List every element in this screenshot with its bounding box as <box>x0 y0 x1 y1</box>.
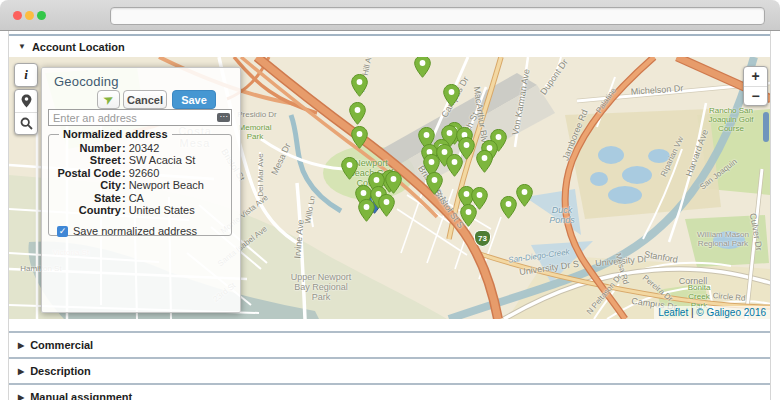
save-normalized-row: ✓ Save normalized address <box>57 225 227 237</box>
chevron-down-icon: ▼ <box>18 42 26 51</box>
map-marker[interactable] <box>351 74 368 101</box>
page-content: ▼ Account Location <box>8 31 771 400</box>
section-account-location[interactable]: ▼ Account Location <box>9 34 770 57</box>
section-label: Commercial <box>30 339 93 351</box>
field-label: City <box>49 179 121 191</box>
browser-titlebar <box>0 0 780 31</box>
map-marker[interactable] <box>358 199 375 226</box>
pin-icon <box>21 94 32 108</box>
map-marker[interactable] <box>460 204 477 231</box>
field-row-city: City : Newport Beach <box>49 179 227 191</box>
field-value: 20342 <box>129 142 160 154</box>
field-label: Country <box>49 204 121 216</box>
field-row-number: Number : 20342 <box>49 142 227 154</box>
section-description[interactable]: ▶ Description <box>9 357 770 383</box>
keyboard-icon[interactable]: ⋯ <box>217 113 230 122</box>
map-marker[interactable] <box>500 196 517 223</box>
fullscreen-button[interactable] <box>37 11 46 20</box>
minimize-button[interactable] <box>25 11 34 20</box>
geocoding-panel: Geocoding ➤ Cancel Save ⋯ Normalized add… <box>41 67 241 313</box>
field-label: Postal Code <box>49 167 121 179</box>
panel-title: Geocoding <box>54 74 119 89</box>
field-row-street: Street : SW Acacia St <box>49 154 227 166</box>
section-manual-assignment[interactable]: ▶ Manual assignment <box>9 383 770 400</box>
normalized-address-fieldset: Normalized address Number : 20342 Street… <box>48 128 232 236</box>
field-row-state: State : CA <box>49 192 227 204</box>
leaflet-link[interactable]: Leaflet <box>658 307 688 318</box>
map-marker[interactable] <box>414 57 431 82</box>
field-value: SW Acacia St <box>129 154 196 166</box>
field-separator: : <box>121 154 129 166</box>
map-tools <box>14 89 38 135</box>
browser-window: ▼ Account Location <box>0 0 780 400</box>
zoom-in-button[interactable]: + <box>744 67 767 86</box>
field-separator: : <box>121 179 129 191</box>
field-label: State <box>49 192 121 204</box>
close-button[interactable] <box>13 11 22 20</box>
field-separator: : <box>121 204 129 216</box>
chevron-right-icon: ▶ <box>18 341 24 350</box>
save-button[interactable]: Save <box>172 90 216 109</box>
map-marker[interactable] <box>351 126 368 153</box>
map-marker[interactable] <box>378 194 395 221</box>
chevron-right-icon: ▶ <box>18 393 24 400</box>
map-canvas[interactable]: Santa Ana Country ClubNewport Beach Golf… <box>9 57 770 319</box>
map-search-button[interactable] <box>15 112 37 135</box>
map-marker[interactable] <box>426 172 443 199</box>
cancel-button[interactable]: Cancel <box>123 90 167 109</box>
field-label: Street <box>49 154 121 166</box>
map-marker[interactable] <box>341 157 358 184</box>
map-marker[interactable] <box>476 150 493 177</box>
map-marker[interactable] <box>446 154 463 181</box>
field-row-country: Country : United States <box>49 204 227 216</box>
section-label: Manual assignment <box>30 391 132 400</box>
field-row-postal-code: Postal Code : 92660 <box>49 167 227 179</box>
scrollbar-thumb[interactable] <box>763 112 769 142</box>
field-separator: : <box>121 142 129 154</box>
map-marker[interactable] <box>443 84 460 111</box>
url-bar[interactable] <box>110 7 765 25</box>
map-attribution: Leaflet | © Galigeo 2016 <box>654 306 770 319</box>
field-value: 92660 <box>129 167 160 179</box>
send-arrow-icon: ➤ <box>101 92 115 108</box>
checkbox-label: Save normalized address <box>73 225 197 237</box>
field-separator: : <box>121 167 129 179</box>
section-label: Account Location <box>32 41 125 53</box>
save-normalized-checkbox[interactable]: ✓ <box>57 226 68 237</box>
fieldset-legend: Normalized address <box>59 128 172 140</box>
field-label: Number <box>49 142 121 154</box>
field-separator: : <box>121 192 129 204</box>
section-label: Description <box>30 365 91 377</box>
map-info-button[interactable]: i <box>14 63 38 87</box>
section-commercial[interactable]: ▶ Commercial <box>9 331 770 357</box>
address-input[interactable] <box>48 109 232 126</box>
field-value: CA <box>129 192 144 204</box>
map-marker[interactable] <box>349 102 366 129</box>
zoom-control: + − <box>743 66 768 106</box>
zoom-out-button[interactable]: − <box>744 86 767 106</box>
locate-button[interactable]: ➤ <box>97 90 120 109</box>
field-value: United States <box>129 204 195 216</box>
chevron-right-icon: ▶ <box>18 367 24 376</box>
map-pin-tool-button[interactable] <box>15 90 37 112</box>
search-icon <box>20 117 33 130</box>
field-value: Newport Beach <box>129 179 204 191</box>
panel-buttons: ➤ Cancel Save <box>42 90 240 110</box>
map-marker[interactable] <box>516 184 533 211</box>
galigeo-link[interactable]: © Galigeo 2016 <box>696 307 766 318</box>
